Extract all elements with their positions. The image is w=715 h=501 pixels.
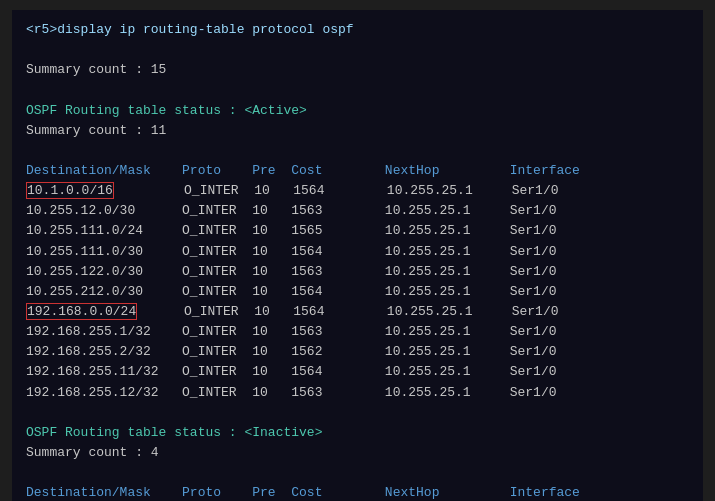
table-row: 10.255.212.0/30 O_INTER 10 1564 10.255.2… xyxy=(26,282,689,302)
column-header-2: Destination/Mask Proto Pre Cost NextHop … xyxy=(26,483,689,501)
table-row: 192.168.255.2/32 O_INTER 10 1562 10.255.… xyxy=(26,342,689,362)
table-row: 192.168.255.12/32 O_INTER 10 1563 10.255… xyxy=(26,383,689,403)
blank-line-1 xyxy=(26,40,689,60)
table-row: 10.255.12.0/30 O_INTER 10 1563 10.255.25… xyxy=(26,201,689,221)
column-header-1: Destination/Mask Proto Pre Cost NextHop … xyxy=(26,161,689,181)
table-row: 192.168.0.0/24 O_INTER 10 1564 10.255.25… xyxy=(26,302,689,322)
blank-line-2 xyxy=(26,80,689,100)
active-routing-rows: 10.1.0.0/16 O_INTER 10 1564 10.255.25.1 … xyxy=(26,181,689,403)
table-row: 192.168.255.1/32 O_INTER 10 1563 10.255.… xyxy=(26,322,689,342)
table-row: 192.168.255.11/32 O_INTER 10 1564 10.255… xyxy=(26,362,689,382)
blank-line-4 xyxy=(26,403,689,423)
table-row: 10.255.111.0/30 O_INTER 10 1564 10.255.2… xyxy=(26,242,689,262)
summary-count-2: Summary count : 11 xyxy=(26,121,689,141)
table-row: 10.255.122.0/30 O_INTER 10 1563 10.255.2… xyxy=(26,262,689,282)
command-line: <r5>display ip routing-table protocol os… xyxy=(26,20,689,40)
table-row: 10.255.111.0/24 O_INTER 10 1565 10.255.2… xyxy=(26,221,689,241)
summary-count-1: Summary count : 15 xyxy=(26,60,689,80)
status-active: OSPF Routing table status : <Active> xyxy=(26,101,689,121)
status-inactive: OSPF Routing table status : <Inactive> xyxy=(26,423,689,443)
blank-line-3 xyxy=(26,141,689,161)
terminal-window: <r5>display ip routing-table protocol os… xyxy=(12,10,703,501)
blank-line-5 xyxy=(26,463,689,483)
summary-count-3: Summary count : 4 xyxy=(26,443,689,463)
table-row: 10.1.0.0/16 O_INTER 10 1564 10.255.25.1 … xyxy=(26,181,689,201)
